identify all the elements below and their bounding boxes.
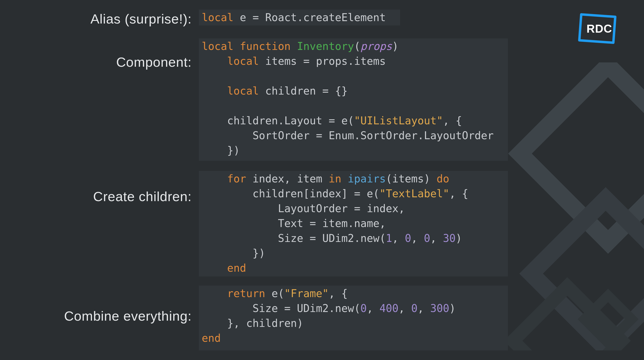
code-token: ipairs (348, 172, 386, 185)
code-token: index, item (246, 172, 328, 185)
code-token: , { (449, 188, 468, 200)
code-token: props (360, 40, 392, 52)
code-token: local (227, 55, 259, 67)
code-token: }, children) (227, 317, 303, 329)
code-token: , (411, 232, 424, 244)
code-token: Text = item.name, (278, 217, 386, 229)
code-token: e = Roact.createElement (233, 11, 386, 24)
code-token: ) (449, 302, 456, 314)
code-token: in (329, 172, 342, 185)
code-token: 30 (443, 232, 456, 244)
label-create-children: Create children: (0, 189, 192, 204)
code-token (202, 172, 227, 185)
code-token: 0 (405, 232, 411, 244)
label-alias: Alias (surprise!): (0, 11, 192, 27)
code-token: "UIListLayout" (354, 114, 443, 127)
code-token: SortOrder = Enum.SortOrder.LayoutOrder (252, 129, 494, 142)
code-token (342, 172, 348, 185)
code-token: end (227, 262, 246, 274)
code-token (202, 85, 227, 97)
code-token: Size = UDim2.new( (278, 232, 386, 244)
code-token: for (227, 172, 246, 185)
code-token: Inventory (297, 40, 354, 52)
code-token: children = {} (259, 85, 348, 97)
code-token: children[index] = e( (252, 188, 380, 200)
code-combine-block: return e("Frame", { Size = UDim2.new(0, … (199, 286, 508, 350)
code-token: end (202, 332, 221, 344)
code-token (202, 217, 278, 229)
code-token (202, 55, 227, 67)
code-token: return (227, 287, 265, 299)
code-token: , (430, 232, 443, 244)
code-token: , { (443, 114, 462, 127)
code-token: , (392, 232, 405, 244)
code-token: LayoutOrder = index, (278, 202, 405, 215)
code-token (202, 232, 278, 244)
code-token: 0 (411, 302, 418, 314)
code-token (202, 114, 227, 127)
code-token: , (367, 302, 380, 314)
code-token: 400 (380, 302, 398, 314)
code-token: Size = UDim2.new( (252, 302, 360, 314)
code-token: 1 (386, 232, 392, 244)
slide: Alias (surprise!): local e = Roact.creat… (0, 0, 644, 360)
code-token (202, 247, 252, 259)
code-token (202, 317, 227, 329)
label-component: Component: (0, 54, 192, 70)
code-token (202, 262, 227, 274)
label-combine-everything: Combine everything: (0, 308, 192, 324)
code-token (202, 188, 252, 200)
code-token (202, 129, 252, 142)
code-token: function (240, 40, 290, 52)
code-token: "TextLabel" (380, 188, 449, 200)
code-token: "Frame" (284, 287, 328, 299)
code-token: e( (265, 287, 284, 299)
code-token: }) (252, 247, 265, 259)
code-token: local (202, 40, 233, 52)
code-token: items = props.items (259, 55, 386, 67)
code-token: }) (227, 144, 240, 156)
code-token (202, 144, 227, 156)
code-token: , { (329, 287, 348, 299)
code-token: local (227, 85, 259, 97)
code-token: , (398, 302, 411, 314)
code-token: , (418, 302, 430, 314)
code-token: 300 (430, 302, 449, 314)
code-token (202, 202, 278, 215)
code-token: ) (392, 40, 399, 52)
code-token: (items) (386, 172, 436, 185)
code-component-block: local function Inventory(props) local it… (199, 38, 508, 161)
code-token: 0 (360, 302, 367, 314)
code-token (202, 302, 252, 314)
code-alias-block: local e = Roact.createElement (199, 10, 400, 26)
code-children-block: for index, item in ipairs(items) do chil… (199, 171, 508, 276)
code-token (202, 287, 227, 299)
code-token (290, 40, 297, 52)
code-token: children.Layout = e( (227, 114, 354, 127)
code-token (233, 40, 240, 52)
code-token: ( (354, 40, 360, 52)
code-token: 0 (424, 232, 430, 244)
code-token: do (436, 172, 449, 185)
code-token: ) (456, 232, 462, 244)
code-token: local (202, 11, 233, 24)
